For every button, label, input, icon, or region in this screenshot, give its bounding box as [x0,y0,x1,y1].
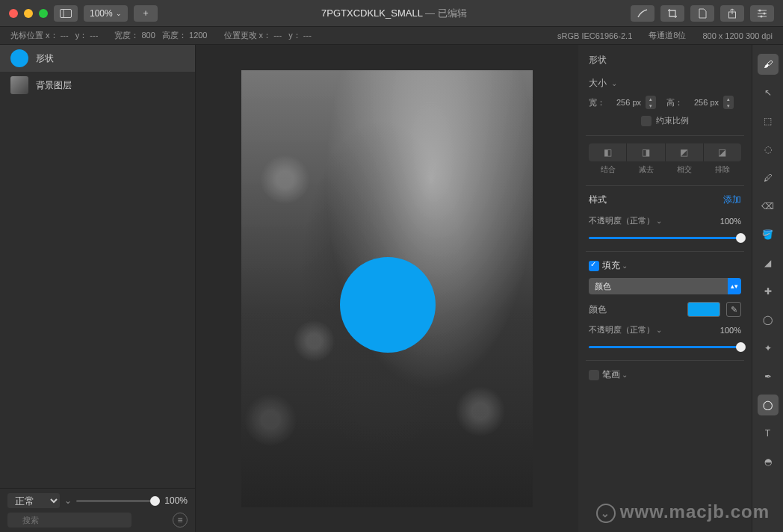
shape-circle[interactable] [340,257,436,353]
lasso-tool-icon[interactable]: ◌ [758,139,779,160]
minimize-window-button[interactable] [24,9,33,18]
background-thumb-icon [10,76,28,94]
fill-checkbox[interactable] [589,261,599,271]
svg-point-8 [761,15,763,17]
layer-name: 形状 [36,52,54,65]
layer-name: 背景图层 [36,79,72,92]
opacity-slider[interactable] [589,237,741,239]
zoom-select[interactable]: 100%⌄ [84,5,128,22]
opacity-value: 100% [711,217,741,226]
svg-point-7 [764,12,766,14]
boolean-ops: ◧ ◨ ◩ ◪ [589,143,741,161]
style-label: 样式 [589,194,607,206]
svg-point-6 [759,9,761,11]
zoom-window-button[interactable] [39,9,48,18]
document [241,70,533,507]
bool-unite-button[interactable]: ◧ [589,143,627,161]
crop-tool-button[interactable] [660,5,684,22]
stroke-checkbox[interactable] [589,370,599,380]
layer-opacity-slider[interactable] [76,500,160,502]
clone-tool-icon[interactable]: ✚ [758,281,779,302]
layers-footer: 正常 ⌄ 100% 🔍 ≡ [0,488,195,532]
inspector-title: 形状 [589,54,741,66]
info-bar: 光标位置 x： --- y： --- 宽度： 800 高度： 1200 位置更改… [0,27,783,45]
layer-opacity-value: 100% [164,495,188,506]
layers-panel: 形状 背景图层 正常 ⌄ 100% 🔍 ≡ [0,45,196,532]
fill-type-select[interactable]: 颜色▴▾ [589,278,741,294]
brush-tool-icon[interactable]: 🖊 [758,167,779,188]
bool-exclude-button[interactable]: ◪ [704,143,741,161]
shape-thumb-icon [10,49,28,67]
shape-tool-icon[interactable]: ◯ [758,395,779,415]
fill-tool-icon[interactable]: 🪣 [758,224,779,245]
brush-tool-button[interactable] [631,5,654,22]
color-picker-button[interactable]: ✎ [726,302,741,317]
size-section-label[interactable]: 大小 [589,77,741,90]
height-stepper[interactable] [723,96,734,109]
text-tool-icon[interactable]: T [758,423,779,444]
pen-tool-icon[interactable]: ✒ [758,366,779,387]
marquee-tool-icon[interactable]: ⬚ [758,111,779,132]
blend-mode-select[interactable]: 正常 [7,493,60,508]
opacity-label[interactable]: 不透明度（正常） [589,215,705,226]
document-button[interactable] [690,5,714,22]
fill-opacity-slider[interactable] [589,346,741,348]
width-stepper[interactable] [646,96,656,109]
bool-subtract-button[interactable]: ◨ [627,143,665,161]
move-tool-icon[interactable]: ↖ [758,82,779,103]
color-swatches-icon[interactable]: ◓ [758,451,779,472]
fill-opacity-value: 100% [711,326,741,335]
window-controls [9,9,48,18]
constrain-checkbox[interactable] [641,116,652,126]
add-style-link[interactable]: 添加 [723,194,741,206]
adjustments-button[interactable] [750,5,774,22]
height-value[interactable]: 256 px [686,98,720,107]
canvas-area[interactable] [196,45,578,532]
layer-row-background[interactable]: 背景图层 [0,72,195,99]
gradient-tool-icon[interactable]: ◢ [758,253,779,273]
bool-intersect-button[interactable]: ◩ [666,143,704,161]
fill-opacity-label[interactable]: 不透明度（正常） [589,324,705,335]
close-window-button[interactable] [9,9,18,18]
sidebar-toggle-button[interactable] [54,5,78,22]
style-tool-icon[interactable]: 🖌 [758,54,779,75]
layer-search-input[interactable] [7,513,131,528]
tool-strip: 🖌 ↖ ⬚ ◌ 🖊 ⌫ 🪣 ◢ ✚ ◯ ✦ ✒ ◯ T ◓ [752,45,783,532]
document-title: 7PGTXCDKLK_SMALL — 已编辑 [164,7,625,20]
share-button[interactable] [720,5,744,22]
sparkle-tool-icon[interactable]: ✦ [758,338,779,359]
blur-tool-icon[interactable]: ◯ [758,309,779,330]
titlebar: 100%⌄ ＋ 7PGTXCDKLK_SMALL — 已编辑 [0,0,783,27]
svg-rect-0 [61,9,72,17]
width-value[interactable]: 256 px [608,98,643,107]
add-button[interactable]: ＋ [134,5,158,22]
eraser-tool-icon[interactable]: ⌫ [758,196,779,217]
fill-color-swatch[interactable] [687,302,720,317]
layer-row-shape[interactable]: 形状 [0,45,195,72]
filter-layers-button[interactable]: ≡ [173,513,188,528]
inspector-panel: 形状 大小 宽： 256 px 高： 256 px 约束比例 ◧ ◨ ◩ ◪ 结… [578,45,752,532]
